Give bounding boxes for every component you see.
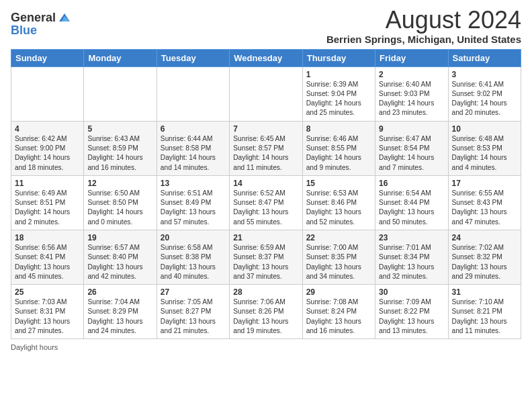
day-number: 16 (379, 179, 444, 188)
col-header-tuesday: Tuesday (157, 49, 229, 66)
day-info: Sunrise: 7:06 AMSunset: 8:26 PMDaylight:… (233, 298, 298, 336)
day-number: 31 (452, 287, 517, 297)
col-header-thursday: Thursday (302, 49, 375, 66)
day-info: Sunrise: 6:52 AMSunset: 8:47 PMDaylight:… (233, 189, 298, 227)
day-info: Sunrise: 6:49 AMSunset: 8:51 PMDaylight:… (15, 189, 80, 227)
day-info: Sunrise: 6:55 AMSunset: 8:43 PMDaylight:… (452, 189, 517, 227)
month-title: August 2024 (326, 7, 521, 34)
calendar-table: SundayMondayTuesdayWednesdayThursdayFrid… (11, 49, 521, 340)
day-info: Sunrise: 7:10 AMSunset: 8:21 PMDaylight:… (452, 298, 517, 336)
day-number: 3 (452, 70, 517, 79)
day-number: 7 (233, 124, 298, 134)
day-number: 19 (87, 233, 152, 242)
day-number: 26 (87, 287, 152, 297)
week-row-0: 1Sunrise: 6:39 AMSunset: 9:04 PMDaylight… (11, 66, 521, 121)
day-info: Sunrise: 7:02 AMSunset: 8:32 PMDaylight:… (452, 243, 517, 281)
day-info: Sunrise: 6:44 AMSunset: 8:58 PMDaylight:… (161, 134, 226, 173)
logo-general-text: General (11, 11, 56, 25)
day-number: 13 (161, 179, 226, 188)
day-number: 29 (306, 287, 371, 297)
title-area: August 2024 Berrien Springs, Michigan, U… (326, 7, 521, 45)
calendar-cell: 14Sunrise: 6:52 AMSunset: 8:47 PMDayligh… (230, 175, 302, 230)
day-info: Sunrise: 7:01 AMSunset: 8:34 PMDaylight:… (379, 243, 444, 281)
day-number: 27 (161, 287, 226, 297)
week-row-3: 18Sunrise: 6:56 AMSunset: 8:41 PMDayligh… (11, 230, 521, 284)
calendar-cell: 15Sunrise: 6:53 AMSunset: 8:46 PMDayligh… (302, 175, 375, 230)
calendar-cell: 31Sunrise: 7:10 AMSunset: 8:21 PMDayligh… (448, 285, 521, 339)
day-info: Sunrise: 6:54 AMSunset: 8:44 PMDaylight:… (379, 189, 444, 227)
day-number: 9 (379, 124, 444, 134)
day-info: Sunrise: 7:00 AMSunset: 8:35 PMDaylight:… (306, 243, 371, 281)
day-info: Sunrise: 6:41 AMSunset: 9:02 PMDaylight:… (452, 80, 517, 118)
calendar-cell: 6Sunrise: 6:44 AMSunset: 8:58 PMDaylight… (157, 121, 229, 175)
col-header-friday: Friday (375, 49, 448, 66)
calendar-cell: 22Sunrise: 7:00 AMSunset: 8:35 PMDayligh… (302, 230, 375, 284)
day-info: Sunrise: 7:09 AMSunset: 8:22 PMDaylight:… (379, 298, 444, 336)
calendar-cell: 4Sunrise: 6:42 AMSunset: 9:00 PMDaylight… (11, 121, 84, 175)
calendar-cell: 1Sunrise: 6:39 AMSunset: 9:04 PMDaylight… (302, 66, 375, 121)
col-header-sunday: Sunday (11, 49, 84, 66)
calendar-cell: 29Sunrise: 7:08 AMSunset: 8:24 PMDayligh… (302, 285, 375, 339)
day-info: Sunrise: 6:40 AMSunset: 9:03 PMDaylight:… (379, 80, 444, 118)
week-row-4: 25Sunrise: 7:03 AMSunset: 8:31 PMDayligh… (11, 285, 521, 339)
calendar-cell: 3Sunrise: 6:41 AMSunset: 9:02 PMDaylight… (448, 66, 521, 121)
daylight-label: Daylight hours (11, 343, 58, 351)
logo-icon (58, 12, 71, 24)
location-title: Berrien Springs, Michigan, United States (326, 34, 521, 45)
day-number: 21 (233, 233, 298, 242)
day-number: 20 (161, 233, 226, 242)
calendar-cell: 9Sunrise: 6:47 AMSunset: 8:54 PMDaylight… (375, 121, 448, 175)
day-info: Sunrise: 6:43 AMSunset: 8:59 PMDaylight:… (87, 134, 152, 173)
col-header-wednesday: Wednesday (230, 49, 302, 66)
day-info: Sunrise: 6:57 AMSunset: 8:40 PMDaylight:… (87, 243, 152, 281)
header: General Blue August 2024 Berrien Springs… (11, 7, 521, 45)
day-number: 22 (306, 233, 371, 242)
day-info: Sunrise: 7:05 AMSunset: 8:27 PMDaylight:… (161, 298, 226, 336)
logo-blue-text: Blue (11, 24, 37, 38)
calendar-cell: 2Sunrise: 6:40 AMSunset: 9:03 PMDaylight… (375, 66, 448, 121)
col-header-saturday: Saturday (448, 49, 521, 66)
calendar-cell: 11Sunrise: 6:49 AMSunset: 8:51 PMDayligh… (11, 175, 84, 230)
day-number: 5 (87, 124, 152, 134)
day-number: 23 (379, 233, 444, 242)
week-row-1: 4Sunrise: 6:42 AMSunset: 9:00 PMDaylight… (11, 121, 521, 175)
calendar-cell: 28Sunrise: 7:06 AMSunset: 8:26 PMDayligh… (230, 285, 302, 339)
day-number: 15 (306, 179, 371, 188)
logo: General Blue (11, 11, 71, 38)
day-info: Sunrise: 6:59 AMSunset: 8:37 PMDaylight:… (233, 243, 298, 281)
day-number: 18 (15, 233, 80, 242)
day-info: Sunrise: 6:48 AMSunset: 8:53 PMDaylight:… (452, 134, 517, 173)
day-number: 8 (306, 124, 371, 134)
day-number: 11 (15, 179, 80, 188)
day-info: Sunrise: 6:47 AMSunset: 8:54 PMDaylight:… (379, 134, 444, 173)
calendar-cell: 8Sunrise: 6:46 AMSunset: 8:55 PMDaylight… (302, 121, 375, 175)
day-info: Sunrise: 6:58 AMSunset: 8:38 PMDaylight:… (161, 243, 226, 281)
calendar-cell: 18Sunrise: 6:56 AMSunset: 8:41 PMDayligh… (11, 230, 84, 284)
calendar-cell: 30Sunrise: 7:09 AMSunset: 8:22 PMDayligh… (375, 285, 448, 339)
calendar-cell: 5Sunrise: 6:43 AMSunset: 8:59 PMDaylight… (84, 121, 157, 175)
calendar-cell: 16Sunrise: 6:54 AMSunset: 8:44 PMDayligh… (375, 175, 448, 230)
day-info: Sunrise: 7:03 AMSunset: 8:31 PMDaylight:… (15, 298, 80, 336)
calendar-cell: 12Sunrise: 6:50 AMSunset: 8:50 PMDayligh… (84, 175, 157, 230)
day-number: 24 (452, 233, 517, 242)
day-number: 1 (306, 70, 371, 79)
day-info: Sunrise: 6:45 AMSunset: 8:57 PMDaylight:… (233, 134, 298, 173)
col-header-monday: Monday (84, 49, 157, 66)
calendar-cell: 19Sunrise: 6:57 AMSunset: 8:40 PMDayligh… (84, 230, 157, 284)
day-number: 6 (161, 124, 226, 134)
day-info: Sunrise: 6:50 AMSunset: 8:50 PMDaylight:… (87, 189, 152, 227)
calendar-cell: 23Sunrise: 7:01 AMSunset: 8:34 PMDayligh… (375, 230, 448, 284)
calendar-cell (84, 66, 157, 121)
calendar-cell: 21Sunrise: 6:59 AMSunset: 8:37 PMDayligh… (230, 230, 302, 284)
day-info: Sunrise: 6:51 AMSunset: 8:49 PMDaylight:… (161, 189, 226, 227)
calendar-cell: 10Sunrise: 6:48 AMSunset: 8:53 PMDayligh… (448, 121, 521, 175)
day-info: Sunrise: 6:56 AMSunset: 8:41 PMDaylight:… (15, 243, 80, 281)
day-info: Sunrise: 7:08 AMSunset: 8:24 PMDaylight:… (306, 298, 371, 336)
calendar-cell: 20Sunrise: 6:58 AMSunset: 8:38 PMDayligh… (157, 230, 229, 284)
day-info: Sunrise: 6:53 AMSunset: 8:46 PMDaylight:… (306, 189, 371, 227)
footer: Daylight hours (11, 343, 521, 351)
calendar-cell: 17Sunrise: 6:55 AMSunset: 8:43 PMDayligh… (448, 175, 521, 230)
calendar-cell (157, 66, 229, 121)
day-info: Sunrise: 6:46 AMSunset: 8:55 PMDaylight:… (306, 134, 371, 173)
day-number: 12 (87, 179, 152, 188)
